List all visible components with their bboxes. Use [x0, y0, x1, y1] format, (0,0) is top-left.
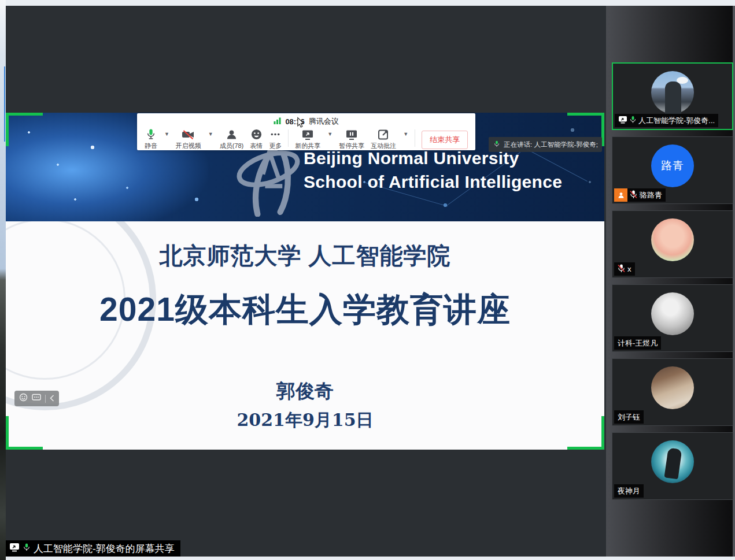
slide-date: 2021年9月15日	[6, 409, 604, 432]
pause-share-label: 暂停共享	[339, 142, 364, 150]
video-dropdown-caret-icon[interactable]: ▼	[208, 131, 213, 137]
shared-screen-slide: Beijing Normal University School of Arti…	[6, 113, 604, 450]
participant-tile[interactable]: 计科-王煜凡	[612, 284, 733, 352]
toolbar-buttons-row: 静音 ▼ 开启视频 ▼ 成员(78) 表情 更多	[137, 127, 475, 149]
slide-presenter: 郭俊奇	[6, 379, 604, 405]
camera-off-icon	[182, 128, 195, 140]
speaking-indicator: 正在讲话: 人工智能学院-郭俊奇;	[489, 137, 602, 152]
divider	[45, 395, 46, 403]
member-badge-icon	[614, 188, 627, 202]
mic-on-icon	[630, 116, 636, 125]
mic-muted-icon	[630, 190, 637, 201]
avatar	[651, 292, 694, 335]
toolbar-divider	[288, 129, 289, 147]
slide-subtitle: 北京师范大学 人工智能学院	[6, 240, 604, 272]
avatar: 路青	[651, 144, 694, 187]
participant-tile[interactable]: 刘子钰	[612, 358, 733, 426]
avatar	[651, 440, 694, 483]
share-status-text: 人工智能学院-郭俊奇的屏幕共享	[34, 542, 175, 555]
participant-tile[interactable]: x	[612, 210, 733, 278]
participant-name: x	[627, 265, 631, 273]
annotate-button[interactable]: 互动批注	[371, 128, 396, 150]
more-label: 更多	[269, 142, 282, 150]
new-share-label: 新的共享	[295, 142, 320, 150]
share-bracket-bottom-right	[567, 416, 604, 450]
mic-on-icon	[494, 140, 500, 149]
smiley-icon	[251, 128, 262, 140]
meeting-toolbar: 08:16 腾讯会议 静音 ▼ 开启视频 ▼ 成员(78)	[137, 113, 475, 150]
speaking-indicator-text: 正在讲话: 人工智能学院-郭俊奇;	[504, 140, 598, 149]
annotate-label: 互动批注	[371, 142, 396, 150]
mute-button[interactable]: 静音	[145, 128, 157, 150]
participant-label: 刘子钰	[614, 410, 644, 424]
avatar	[651, 71, 694, 114]
slide-title: 2021级本科生入学教育讲座	[6, 288, 604, 332]
pause-share-button[interactable]: 暂停共享	[339, 128, 364, 150]
participant-label: x	[614, 262, 635, 276]
start-video-button[interactable]: 开启视频	[176, 128, 201, 150]
new-share-button[interactable]: 新的共享	[295, 128, 320, 150]
emoji-reaction-icon[interactable]	[19, 393, 28, 404]
participant-name: 刘子钰	[618, 412, 640, 422]
participant-label: 骆路青	[614, 188, 666, 202]
participant-tile[interactable]: 人工智能学院-郭俊奇...	[612, 62, 733, 130]
mute-label: 静音	[145, 142, 157, 150]
participant-tile[interactable]: 路青 骆路青	[612, 136, 733, 204]
ellipsis-icon	[269, 128, 282, 140]
pause-share-icon	[345, 128, 358, 140]
chat-bubble-icon[interactable]	[32, 394, 41, 404]
emoji-button[interactable]: 表情	[250, 128, 263, 150]
avatar	[651, 218, 694, 261]
participant-tile[interactable]: 夜神月	[612, 432, 733, 500]
bnu-ai-logo-icon	[236, 140, 301, 219]
participant-label: 夜神月	[614, 484, 644, 498]
mic-on-icon	[23, 543, 30, 555]
participant-name: 骆路青	[640, 190, 662, 201]
toolbar-status-row: 08:16 腾讯会议	[137, 116, 475, 127]
participant-label: 计科-王煜凡	[614, 336, 661, 350]
person-icon	[226, 128, 237, 140]
screen-share-icon	[9, 543, 20, 555]
collapse-chevron-icon[interactable]	[50, 394, 54, 404]
microphone-icon	[146, 128, 156, 140]
participant-label: 人工智能学院-郭俊奇...	[615, 114, 718, 127]
participant-name: 人工智能学院-郭俊奇...	[638, 116, 715, 126]
annotate-pen-icon	[378, 128, 389, 140]
members-label: 成员(78)	[220, 142, 244, 150]
slide-header-line2: School of Artificial Intelligence	[304, 170, 562, 194]
reaction-mini-toolbar[interactable]	[14, 391, 59, 406]
mouse-cursor	[297, 117, 305, 131]
signal-icon	[274, 117, 281, 126]
more-button[interactable]: 更多	[269, 128, 282, 150]
emoji-label: 表情	[250, 142, 263, 150]
annotate-dropdown-caret-icon[interactable]: ▼	[403, 131, 408, 137]
mute-dropdown-caret-icon[interactable]: ▼	[164, 131, 169, 137]
desktop-edge-accent	[4, 66, 5, 142]
start-video-label: 开启视频	[176, 142, 201, 150]
screen-share-icon	[618, 116, 627, 125]
share-bracket-top-left	[6, 113, 43, 146]
share-status-bar: 人工智能学院-郭俊奇的屏幕共享	[6, 540, 180, 557]
avatar	[651, 366, 694, 409]
share-bracket-bottom-left	[6, 416, 43, 450]
members-button[interactable]: 成员(78)	[220, 128, 244, 150]
toolbar-divider	[415, 129, 415, 147]
new-share-dropdown-caret-icon[interactable]: ▼	[327, 131, 333, 137]
app-title: 腾讯会议	[309, 116, 339, 127]
slide-header-text: Beijing Normal University School of Arti…	[304, 146, 562, 194]
mic-muted-icon	[618, 264, 625, 275]
participant-name: 计科-王煜凡	[618, 338, 658, 348]
end-share-button[interactable]: 结束共享	[422, 131, 468, 149]
participant-name: 夜神月	[618, 486, 640, 496]
